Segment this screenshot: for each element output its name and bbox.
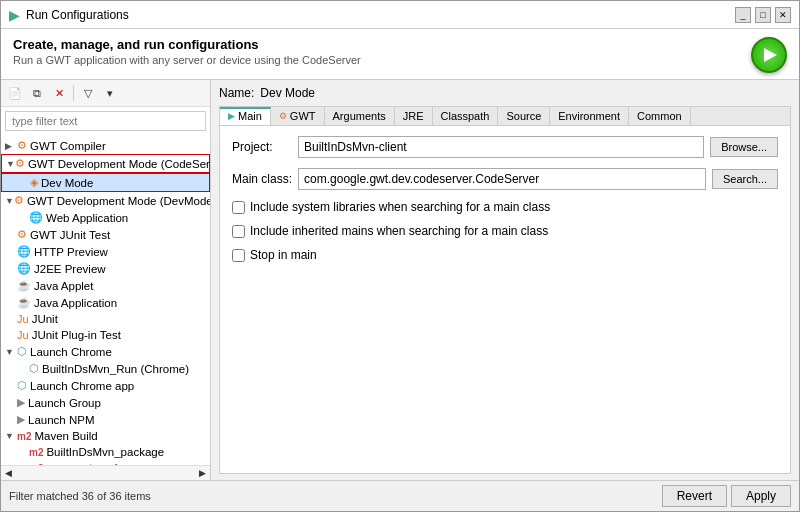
run-button[interactable]	[751, 37, 787, 73]
tree-item-web-app[interactable]: 🌐 Web Application	[1, 209, 210, 226]
main-class-input[interactable]	[298, 168, 706, 190]
checkbox-3-label: Stop in main	[250, 248, 317, 262]
tab-classpath-label: Classpath	[441, 110, 490, 122]
run-configurations-window: ▶ Run Configurations _ □ ✕ Create, manag…	[0, 0, 800, 512]
tree-item-maven-build[interactable]: ▼ m2 Maven Build	[1, 428, 210, 444]
titlebar: ▶ Run Configurations _ □ ✕	[1, 1, 799, 29]
apply-button[interactable]: Apply	[731, 485, 791, 507]
tabs-bar: ▶ Main ⚙ GWT Arguments JRE Classpath Sou	[219, 106, 791, 125]
tree-item-dev-mode[interactable]: ◈ Dev Mode	[1, 173, 210, 192]
http-icon: 🌐	[17, 245, 31, 258]
bottom-buttons: Revert Apply	[662, 485, 791, 507]
tree-scroll-controls: ◀ ▶	[1, 465, 210, 480]
tab-arguments[interactable]: Arguments	[325, 107, 395, 125]
maximize-button[interactable]: □	[755, 7, 771, 23]
junit-icon: ⚙	[17, 228, 27, 241]
tab-environment[interactable]: Environment	[550, 107, 629, 125]
checkbox-stop-main[interactable]	[232, 249, 245, 262]
tree-item-junit[interactable]: Ju JUnit	[1, 311, 210, 327]
tree-item-label: BuiltInDsMvn_package	[46, 446, 164, 458]
filter-button[interactable]: ▽	[78, 83, 98, 103]
project-row: Project: Browse...	[232, 136, 778, 158]
checkbox-row-2: Include inherited mains when searching f…	[232, 224, 778, 238]
copy-config-button[interactable]: ⧉	[27, 83, 47, 103]
tab-main[interactable]: ▶ Main	[220, 107, 271, 125]
gwt-dev-icon: ⚙	[15, 157, 25, 170]
tree-item-http[interactable]: 🌐 HTTP Preview	[1, 243, 210, 260]
chrome-icon: ⬡	[17, 345, 27, 358]
tree-item-label: HTTP Preview	[34, 246, 108, 258]
tab-jre-label: JRE	[403, 110, 424, 122]
built-chrome-icon: ⬡	[29, 362, 39, 375]
npm-icon: ▶	[17, 413, 25, 426]
tree-item-label: BuiltInDsMvn_Run (Chrome)	[42, 363, 189, 375]
dev-mode-icon: ◈	[30, 176, 38, 189]
tree-item-java-app[interactable]: ☕ Java Application	[1, 294, 210, 311]
chrome-app-icon: ⬡	[17, 379, 27, 392]
tree-item-gwt-dev-devmode[interactable]: ▼ ⚙ GWT Development Mode (DevMode	[1, 192, 210, 209]
checkbox-2-label: Include inherited mains when searching f…	[250, 224, 548, 238]
tree-item-gwt-dev-codeserv[interactable]: ▼ ⚙ GWT Development Mode (CodeServ	[1, 154, 210, 173]
tree-item-label: GWT Compiler	[30, 140, 106, 152]
name-row: Name: Dev Mode	[219, 86, 791, 100]
project-input[interactable]	[298, 136, 704, 158]
minimize-button[interactable]: _	[735, 7, 751, 23]
config-tree: ▶ ⚙ GWT Compiler ▼ ⚙ GWT Development Mod…	[1, 135, 210, 465]
more-button[interactable]: ▾	[100, 83, 120, 103]
scroll-left-arrow[interactable]: ◀	[5, 468, 12, 478]
tree-item-label: Java Applet	[34, 280, 93, 292]
gwt-tab-icon: ⚙	[279, 111, 287, 121]
expand-arrow: ▼	[5, 431, 17, 441]
tab-arguments-label: Arguments	[333, 110, 386, 122]
tab-source[interactable]: Source	[498, 107, 550, 125]
web-app-icon: 🌐	[29, 211, 43, 224]
tree-item-label: Launch Group	[28, 397, 101, 409]
tree-item-label: JUnit	[32, 313, 58, 325]
tree-item-built-chrome[interactable]: ⬡ BuiltInDsMvn_Run (Chrome)	[1, 360, 210, 377]
name-value: Dev Mode	[260, 86, 315, 100]
tab-classpath[interactable]: Classpath	[433, 107, 499, 125]
titlebar-left: ▶ Run Configurations	[9, 7, 129, 23]
tree-item-chrome-app[interactable]: ⬡ Launch Chrome app	[1, 377, 210, 394]
checkbox-system-libs[interactable]	[232, 201, 245, 214]
group-icon: ▶	[17, 396, 25, 409]
tree-item-gwt-junit[interactable]: ⚙ GWT JUnit Test	[1, 226, 210, 243]
header-subtitle: Run a GWT application with any server or…	[13, 54, 361, 66]
tab-gwt-label: GWT	[290, 110, 316, 122]
tree-item-launch-group[interactable]: ▶ Launch Group	[1, 394, 210, 411]
tree-item-npm[interactable]: ▶ Launch NPM	[1, 411, 210, 428]
checkbox-inherited-mains[interactable]	[232, 225, 245, 238]
scroll-right-arrow[interactable]: ▶	[199, 468, 206, 478]
revert-button[interactable]: Revert	[662, 485, 727, 507]
tree-item-gwt-compiler[interactable]: ▶ ⚙ GWT Compiler	[1, 137, 210, 154]
applet-icon: ☕	[17, 279, 31, 292]
java-app-icon: ☕	[17, 296, 31, 309]
tab-common[interactable]: Common	[629, 107, 691, 125]
form-area: Project: Browse... Main class: Search...…	[219, 125, 791, 474]
maven-icon: m2	[17, 431, 31, 442]
tab-jre[interactable]: JRE	[395, 107, 433, 125]
project-label: Project:	[232, 140, 292, 154]
tree-item-junit-plugin[interactable]: Ju JUnit Plug-in Test	[1, 327, 210, 343]
tree-item-label: GWT Development Mode (CodeServ	[28, 158, 210, 170]
delete-config-button[interactable]: ✕	[49, 83, 69, 103]
right-panel: Name: Dev Mode ▶ Main ⚙ GWT Arguments JR…	[211, 80, 799, 480]
tab-gwt[interactable]: ⚙ GWT	[271, 107, 325, 125]
tree-item-label: Web Application	[46, 212, 128, 224]
tree-item-j2ee[interactable]: 🌐 J2EE Preview	[1, 260, 210, 277]
tree-toolbar: 📄 ⧉ ✕ ▽ ▾	[1, 80, 210, 107]
browse-button[interactable]: Browse...	[710, 137, 778, 157]
tree-item-mvn-package[interactable]: m2 BuiltInDsMvn_package	[1, 444, 210, 460]
tree-item-label: GWT Development Mode (DevMode	[27, 195, 210, 207]
new-config-button[interactable]: 📄	[5, 83, 25, 103]
close-button[interactable]: ✕	[775, 7, 791, 23]
toolbar-separator	[73, 85, 74, 101]
filter-input[interactable]	[5, 111, 206, 131]
header-title: Create, manage, and run configurations	[13, 37, 361, 52]
header: Create, manage, and run configurations R…	[1, 29, 799, 80]
tree-item-java-applet[interactable]: ☕ Java Applet	[1, 277, 210, 294]
name-label: Name:	[219, 86, 254, 100]
search-button[interactable]: Search...	[712, 169, 778, 189]
tree-item-launch-chrome[interactable]: ▼ ⬡ Launch Chrome	[1, 343, 210, 360]
tree-item-label: JUnit Plug-in Test	[32, 329, 121, 341]
